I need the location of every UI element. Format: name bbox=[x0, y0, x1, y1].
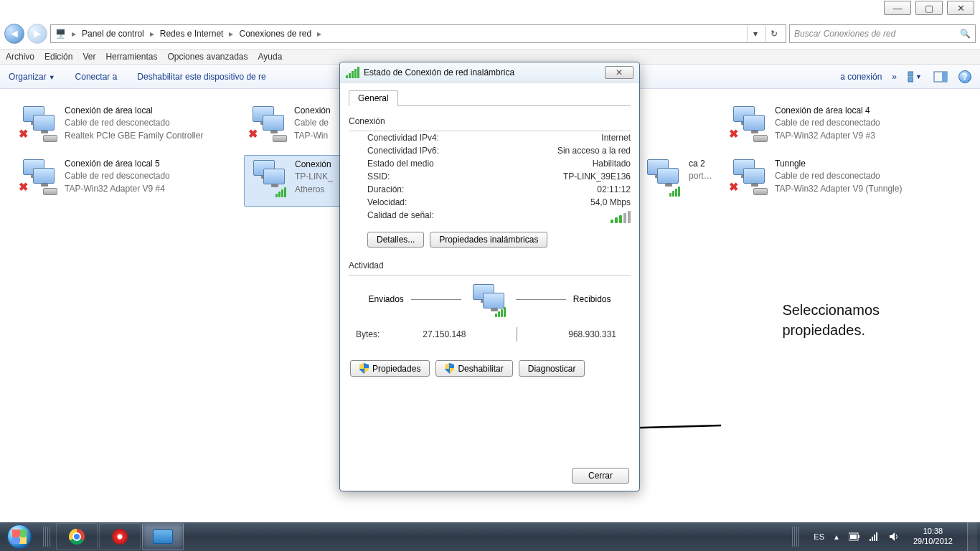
connection-item[interactable]: ✖TunngleCable de red desconectadoTAP-Win… bbox=[725, 155, 961, 207]
address-dropdown[interactable]: ▾ bbox=[747, 26, 763, 42]
status-row-value: Sin acceso a la red bbox=[557, 146, 631, 156]
status-row-key: Conectividad IPv4: bbox=[367, 133, 439, 143]
status-row-value: 54,0 Mbps bbox=[590, 197, 631, 207]
status-row-key: Conectividad IPv6: bbox=[367, 146, 439, 156]
wireless-properties-button[interactable]: Propiedades inalámbricas bbox=[430, 232, 547, 248]
svg-rect-14 bbox=[876, 532, 877, 541]
cable-icon bbox=[753, 135, 768, 142]
connect-to-button[interactable]: Conectar a bbox=[75, 72, 118, 82]
svg-marker-15 bbox=[890, 532, 895, 541]
diagnose-connection-button[interactable]: a conexión bbox=[840, 72, 882, 82]
connection-adapter: TAP-Win32 Adapter V9 (Tunngle) bbox=[775, 183, 902, 195]
organize-button[interactable]: Organizar▼ bbox=[9, 72, 55, 82]
menu-edicion[interactable]: Edición bbox=[44, 52, 72, 62]
search-input[interactable]: Buscar Conexiones de red 🔍 bbox=[789, 24, 976, 43]
view-options-button[interactable]: ▼ bbox=[907, 69, 923, 85]
dialog-title: Estado de Conexión de red inalámbrica bbox=[364, 67, 514, 77]
connection-status: Cable de bbox=[294, 117, 331, 129]
tray-grip[interactable] bbox=[792, 527, 801, 547]
connection-item[interactable]: ✖Conexión de área local 5Cable de red de… bbox=[14, 155, 240, 207]
received-label: Recibidos bbox=[573, 294, 611, 304]
status-row-value: Internet bbox=[601, 133, 631, 143]
connection-item[interactable]: ✖Conexión de área localCable de red desc… bbox=[14, 102, 240, 154]
tab-general[interactable]: General bbox=[349, 90, 398, 106]
chevron-right-icon: ▸ bbox=[150, 29, 154, 39]
breadcrumb[interactable]: Conexiones de red bbox=[239, 29, 311, 39]
dialog-close-button[interactable]: ✕ bbox=[605, 66, 633, 79]
clock[interactable]: 10:3829/10/2012 bbox=[908, 527, 958, 547]
connection-item[interactable]: ✖ConexiónCable deTAP-Win bbox=[244, 102, 352, 154]
battery-icon[interactable] bbox=[849, 532, 860, 541]
breadcrumb[interactable]: Panel de control bbox=[82, 29, 144, 39]
group-activity-label: Actividad bbox=[349, 260, 384, 270]
svg-rect-5 bbox=[942, 72, 947, 82]
disconnected-x-icon: ✖ bbox=[729, 127, 738, 141]
overflow-button[interactable]: » bbox=[892, 72, 897, 82]
sent-label: Enviados bbox=[368, 294, 403, 304]
taskbar-chrome[interactable] bbox=[56, 523, 98, 550]
network-adapter-icon: ✖ bbox=[729, 158, 768, 197]
close-button[interactable]: ✕ bbox=[947, 1, 974, 15]
disable-device-button[interactable]: Deshabilitar este dispositivo de re bbox=[137, 72, 265, 82]
network-adapter-icon bbox=[643, 158, 682, 197]
svg-rect-0 bbox=[908, 72, 913, 76]
taskbar-grip[interactable] bbox=[43, 527, 52, 547]
taskbar-explorer[interactable] bbox=[142, 523, 184, 550]
connection-title: Conexión de área local 4 bbox=[775, 105, 880, 117]
maximize-button[interactable]: ▢ bbox=[915, 1, 943, 15]
svg-rect-9 bbox=[858, 535, 859, 538]
status-row-key: Velocidad: bbox=[367, 197, 407, 207]
connection-status: Cable de red desconectado bbox=[775, 117, 880, 129]
connection-title: Tunngle bbox=[775, 158, 902, 170]
help-button[interactable]: ? bbox=[958, 70, 971, 83]
network-tray-icon[interactable] bbox=[869, 532, 880, 542]
show-hidden-icons[interactable]: ▲ bbox=[833, 533, 840, 541]
activity-icon bbox=[468, 283, 509, 316]
disconnected-x-icon: ✖ bbox=[729, 180, 738, 194]
connection-status: Cable de red desconectado bbox=[775, 170, 902, 182]
disable-button[interactable]: Deshabilitar bbox=[435, 360, 512, 377]
connection-item[interactable]: ca 2port A... bbox=[639, 155, 717, 207]
forward-button[interactable]: ► bbox=[27, 24, 47, 44]
cable-icon bbox=[43, 135, 57, 142]
properties-button[interactable]: Propiedades bbox=[350, 360, 430, 377]
close-dialog-button[interactable]: Cerrar bbox=[572, 468, 629, 484]
diagnose-button[interactable]: Diagnosticar bbox=[519, 360, 585, 377]
connection-adapter: port A... bbox=[689, 170, 713, 182]
connection-title: Conexión de área local 5 bbox=[65, 158, 170, 170]
status-row-key: Estado del medio bbox=[367, 159, 434, 169]
address-bar[interactable]: 🖥️ ▸ Panel de control ▸ Redes e Internet… bbox=[50, 24, 786, 43]
svg-rect-2 bbox=[908, 77, 913, 82]
wifi-status-dialog: Estado de Conexión de red inalámbrica ✕ … bbox=[339, 62, 640, 491]
shield-icon bbox=[445, 363, 454, 374]
wifi-bars-icon bbox=[669, 187, 680, 197]
connection-title: Conexión bbox=[294, 105, 331, 117]
start-button[interactable] bbox=[0, 522, 39, 551]
search-placeholder: Buscar Conexiones de red bbox=[794, 29, 895, 39]
preview-pane-button[interactable] bbox=[933, 69, 948, 85]
chevron-right-icon: ▸ bbox=[72, 29, 76, 39]
connection-item[interactable]: ConexiónTP-LINK_Atheros bbox=[244, 155, 352, 207]
connection-adapter: Atheros bbox=[295, 184, 333, 196]
taskbar-opera[interactable] bbox=[99, 523, 141, 550]
back-button[interactable]: ◄ bbox=[4, 24, 24, 44]
menu-ver[interactable]: Ver bbox=[83, 52, 95, 62]
status-row-key: SSID: bbox=[367, 171, 390, 182]
breadcrumb[interactable]: Redes e Internet bbox=[160, 29, 224, 39]
volume-tray-icon[interactable] bbox=[889, 532, 899, 542]
show-desktop-button[interactable] bbox=[967, 522, 977, 551]
bytes-received-value: 968.930.331 bbox=[568, 329, 616, 339]
details-button[interactable]: Detalles... bbox=[367, 232, 424, 248]
refresh-button[interactable]: ↻ bbox=[765, 26, 781, 42]
menu-opciones-avanzadas[interactable]: Opciones avanzadas bbox=[167, 52, 248, 62]
menu-archivo[interactable]: Archivo bbox=[6, 52, 34, 62]
menu-herramientas[interactable]: Herramientas bbox=[105, 52, 157, 62]
menu-ayuda[interactable]: Ayuda bbox=[258, 52, 283, 62]
disconnected-x-icon: ✖ bbox=[248, 127, 258, 141]
bytes-label: Bytes: bbox=[356, 329, 380, 339]
connection-item[interactable]: ✖Conexión de área local 4Cable de red de… bbox=[725, 102, 961, 154]
minimize-button[interactable]: — bbox=[884, 1, 911, 15]
language-indicator[interactable]: ES bbox=[814, 532, 824, 541]
connection-status: TP-LINK_ bbox=[295, 171, 333, 183]
wifi-bars-icon bbox=[275, 187, 286, 197]
